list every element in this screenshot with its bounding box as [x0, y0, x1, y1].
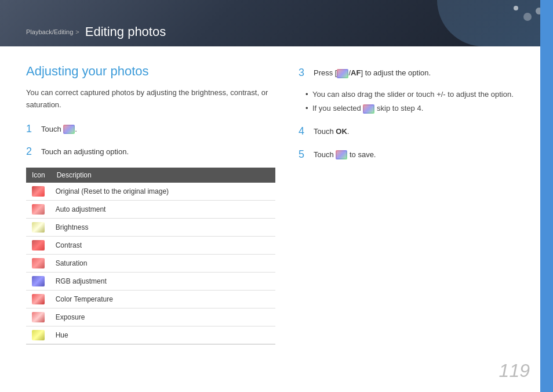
page-number: 119 — [499, 360, 530, 382]
col-icon-header: Icon — [26, 168, 51, 183]
table-row: Original (Reset to the original image) — [26, 183, 275, 201]
table-row: Auto adjustment — [26, 200, 275, 218]
table-desc-cell: Saturation — [51, 254, 275, 272]
table-desc-cell: Original (Reset to the original image) — [51, 183, 275, 201]
table-desc-cell: Color Temperature — [51, 290, 275, 308]
row-icon-0 — [32, 186, 45, 197]
step-2: 2 Touch an adjusting option. — [26, 146, 275, 158]
table-desc-cell: Hue — [51, 326, 275, 344]
step-3-text: Press [/AF] to adjust the option. — [314, 67, 431, 79]
step-5-number: 5 — [299, 148, 309, 161]
table-icon-cell — [26, 254, 51, 272]
page-title: Editing photos — [85, 24, 166, 39]
step-1-text: Touch . — [41, 123, 77, 135]
row-icon-1 — [32, 204, 45, 215]
row-icon-8 — [32, 330, 45, 340]
left-column: Adjusting your photos You can correct ca… — [26, 64, 275, 375]
table-icon-cell — [26, 326, 51, 344]
table-desc-cell: Exposure — [51, 308, 275, 326]
step-2-text: Touch an adjusting option. — [41, 146, 129, 158]
table-row: RGB adjustment — [26, 272, 275, 290]
step-4-text: Touch OK. — [314, 125, 349, 137]
row-icon-7 — [32, 312, 45, 322]
table-icon-cell — [26, 218, 51, 236]
step3-icon — [337, 69, 348, 78]
row-icon-3 — [32, 240, 45, 251]
table-icon-cell — [26, 308, 51, 326]
table-desc-cell: RGB adjustment — [51, 272, 275, 290]
table-row: Exposure — [26, 308, 275, 326]
row-icon-4 — [32, 258, 45, 268]
table-icon-cell — [26, 183, 51, 201]
table-desc-cell: Auto adjustment — [51, 200, 275, 218]
row-icon-2 — [32, 222, 45, 233]
bullet2-icon — [363, 104, 374, 114]
row-icon-5 — [32, 276, 45, 286]
table-header-row: Icon Description — [26, 168, 275, 183]
table-icon-cell — [26, 290, 51, 308]
step-4: 4 Touch OK. — [299, 125, 514, 138]
step-2-number: 2 — [26, 146, 37, 158]
table-row: Brightness — [26, 218, 275, 236]
step-3-number: 3 — [299, 67, 309, 79]
table-row: Color Temperature — [26, 290, 275, 308]
adjustment-table: Icon Description Original (Reset to the … — [26, 168, 275, 344]
row-icon-6 — [32, 294, 45, 304]
bullet-1: You can also drag the slider or touch +/… — [305, 89, 514, 101]
step5-icon — [336, 150, 347, 159]
page-header: Playback/Editing > Editing photos — [0, 0, 553, 46]
table-icon-cell — [26, 236, 51, 254]
breadcrumb: Playback/Editing > Editing photos — [26, 24, 166, 39]
breadcrumb-separator: > — [75, 28, 79, 35]
step-3-bullets: You can also drag the slider or touch +/… — [305, 89, 514, 115]
table-icon-cell — [26, 272, 51, 290]
bullet-2: If you selected skip to step 4. — [305, 103, 514, 115]
col-desc-header: Description — [51, 168, 275, 183]
table-desc-cell: Contrast — [51, 236, 275, 254]
right-column: 3 Press [/AF] to adjust the option. You … — [299, 64, 514, 375]
step-1: 1 Touch . — [26, 123, 275, 136]
section-title: Adjusting your photos — [26, 64, 275, 79]
main-content: Adjusting your photos You can correct ca… — [0, 46, 540, 392]
table-desc-cell: Brightness — [51, 218, 275, 236]
step-5: 5 Touch to save. — [299, 148, 514, 161]
step-5-text: Touch to save. — [314, 148, 376, 161]
table-row: Contrast — [26, 236, 275, 254]
step-4-number: 4 — [299, 125, 309, 138]
section-intro: You can correct captured photos by adjus… — [26, 87, 275, 111]
accent-bar — [540, 0, 553, 392]
step1-icon — [63, 125, 75, 134]
table-icon-cell — [26, 200, 51, 218]
step-1-number: 1 — [26, 123, 37, 136]
breadcrumb-prefix: Playback/Editing — [26, 28, 73, 35]
step-3: 3 Press [/AF] to adjust the option. You … — [299, 67, 514, 115]
table-row: Saturation — [26, 254, 275, 272]
table-row: Hue — [26, 326, 275, 344]
